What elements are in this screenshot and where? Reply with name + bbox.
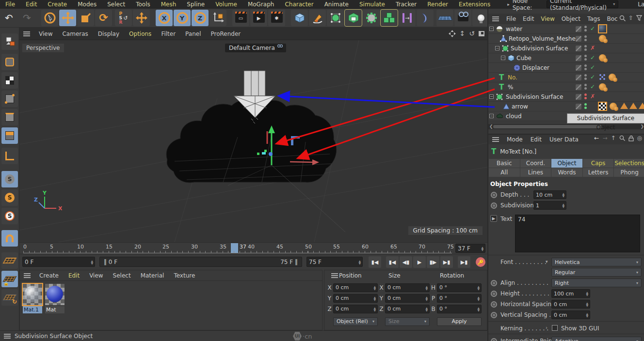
subdivision-surface-button[interactable] (327, 10, 344, 26)
last-tool-button[interactable] (133, 10, 150, 26)
history-back-icon[interactable]: ← (594, 135, 599, 141)
size-x-field[interactable]: 0 cm▲▼ (385, 283, 430, 292)
mat-menu-edit[interactable]: Edit (64, 272, 84, 279)
texture-tag-icon[interactable] (599, 25, 606, 32)
visibility-dots[interactable] (584, 74, 587, 80)
edge-mode-button[interactable] (1, 109, 18, 125)
visibility-dots[interactable] (584, 93, 587, 99)
layer-toggle[interactable] (576, 46, 581, 51)
visibility-dots[interactable] (584, 45, 587, 51)
tree-row-cube[interactable]: − Cube ✓ (488, 53, 644, 63)
deformer-button[interactable] (363, 10, 380, 26)
apply-button[interactable]: Apply (437, 317, 482, 326)
am-menu-mode[interactable]: Mode (503, 136, 527, 143)
spinner-icon[interactable]: ▲▼ (481, 244, 483, 252)
object-label[interactable]: Cube (516, 55, 531, 62)
om-menu-icon[interactable] (492, 16, 499, 21)
next-key-button[interactable]: ▶▮ (440, 256, 453, 268)
menu-extensions[interactable]: Extensions (453, 0, 496, 9)
menu-edit[interactable]: Edit (20, 0, 42, 9)
vp-menu-display[interactable]: Display (93, 31, 124, 37)
horizontal-spacing-field[interactable]: 0 cm▲▼ (551, 300, 590, 309)
menu-mesh[interactable]: Mesh (156, 0, 182, 9)
path-up-icon[interactable]: ⇧ (628, 15, 633, 21)
menu-tools[interactable]: Tools (130, 0, 156, 9)
object-label[interactable]: Subdivision Surface (511, 45, 568, 52)
depth-field[interactable]: 10 cm▲▼ (533, 190, 566, 199)
enable-snap-button[interactable] (1, 230, 18, 247)
size-y-field[interactable]: 0 cm▲▼ (385, 294, 430, 303)
view-move-icon[interactable] (449, 30, 456, 37)
keyframe-circle-icon[interactable] (491, 312, 497, 318)
fields-button[interactable]: → (399, 10, 416, 26)
mat-menu-material[interactable]: Material (136, 272, 169, 279)
range-start-field[interactable]: 0 F ▲▼ (22, 257, 95, 267)
menu-mograph[interactable]: MoGraph (242, 0, 280, 9)
make-editable-button[interactable] (1, 33, 18, 50)
align-dropdown[interactable]: Right▾ (551, 279, 642, 287)
menu-create[interactable]: Create (42, 0, 72, 9)
status-menu-icon[interactable] (4, 334, 11, 339)
object-label[interactable]: No. (508, 74, 517, 81)
lock-y-axis-button[interactable]: Y (174, 10, 191, 26)
om-menu-edit[interactable]: Edit (519, 16, 537, 22)
workplane-rotate-button[interactable]: ↻ (1, 289, 18, 306)
vp-menu-options[interactable]: Options (124, 31, 156, 37)
lock-workplane-button[interactable]: 🔒 (1, 271, 18, 287)
object-label[interactable]: % (508, 84, 513, 91)
move-tool-button[interactable] (59, 10, 76, 26)
tab-coord[interactable]: Coord. (520, 159, 551, 168)
camera-pill[interactable]: Default Camera (225, 44, 286, 52)
coords-menu-icon[interactable] (331, 273, 338, 278)
play-button[interactable]: ▶ (413, 256, 426, 268)
enabled-check-icon[interactable]: ✓ (590, 54, 595, 61)
visibility-dots[interactable] (584, 84, 587, 90)
spinner-icon[interactable]: ▲▼ (91, 257, 93, 266)
om-menu-view[interactable]: View (537, 16, 558, 22)
rotate-tool-button[interactable]: ⟳ (95, 10, 112, 26)
layer-toggle[interactable] (576, 55, 581, 61)
workplane-button[interactable] (1, 252, 18, 269)
record-keyframe-button[interactable]: 🔑 (474, 256, 487, 268)
collapse-icon[interactable]: − (489, 27, 494, 31)
intermediate-points-dropdown[interactable]: Adaptive▾ (551, 337, 642, 341)
font-dropdown[interactable]: Helvetica▾ (551, 258, 642, 266)
lock-x-axis-button[interactable]: X (156, 10, 173, 26)
object-label[interactable]: Displacer (522, 64, 549, 71)
search-icon[interactable] (619, 135, 625, 141)
object-label[interactable]: Subdivision Surface (506, 93, 563, 100)
layer-toggle[interactable] (576, 75, 581, 80)
menu-modes[interactable]: Modes (72, 0, 102, 9)
object-label[interactable]: water (506, 26, 522, 32)
pos-z-field[interactable]: 0 cm▲▼ (333, 305, 378, 313)
render-picture-viewer-button[interactable]: ▶ (250, 10, 267, 26)
menu-tracker[interactable]: Tracker (390, 0, 422, 9)
target-icon[interactable]: ◎ (637, 135, 642, 141)
undo-button[interactable]: ↶ (0, 10, 17, 26)
expand-icon[interactable]: ▶ (490, 215, 497, 222)
tree-row-no[interactable]: T No. ✓ (488, 73, 644, 82)
goto-start-button[interactable]: ▮◀ (369, 256, 381, 268)
redo-button[interactable]: ↷ (18, 10, 35, 26)
tree-row-retopo[interactable]: Retopo_Volume_Mesher (488, 34, 644, 44)
coordinate-system-button[interactable] (209, 10, 226, 26)
tab-words[interactable]: Words (551, 168, 582, 177)
tree-row-water[interactable]: − water ✓ (488, 24, 644, 34)
om-menu-object[interactable]: Object (558, 16, 584, 22)
layer-toggle[interactable] (576, 104, 581, 109)
phong-tag-icon[interactable] (609, 74, 616, 81)
rot-b-field[interactable]: 0 °▲▼ (437, 305, 482, 313)
collapse-icon[interactable]: − (489, 114, 494, 118)
viewport-solo-hierarchy-button[interactable]: S (1, 208, 18, 224)
current-frame-field[interactable]: 37 F ▲▼ (455, 244, 485, 253)
disabled-cross-icon[interactable]: ✗ (590, 45, 595, 51)
spinner-icon[interactable]: ▲▼ (358, 257, 361, 266)
goto-end-button[interactable]: ▶▮ (458, 256, 470, 268)
material-menu-icon[interactable] (24, 273, 31, 278)
show-3d-gui-checkbox[interactable] (552, 325, 558, 331)
height-field[interactable]: 100 cm▲▼ (551, 289, 590, 298)
view-maximize-icon[interactable] (479, 31, 484, 36)
render-settings-button[interactable]: ✱ (268, 10, 285, 26)
layer-toggle[interactable] (576, 36, 581, 42)
visibility-dots[interactable] (584, 103, 587, 109)
